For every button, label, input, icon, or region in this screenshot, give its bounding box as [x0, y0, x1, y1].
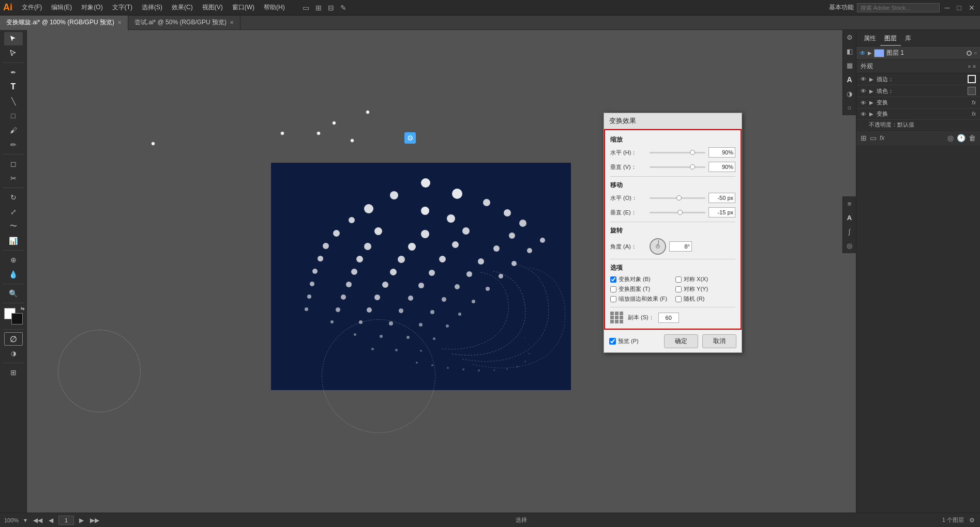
cb-mirror-y[interactable] [675, 286, 682, 292]
handle-tl[interactable] [151, 142, 155, 146]
appearance-expand-btn[interactable]: » [968, 64, 971, 69]
scissors-tool[interactable]: ✂ [4, 172, 23, 185]
appearance-new-icon[interactable]: ◎ [947, 134, 954, 142]
pen-icon[interactable]: ✎ [338, 3, 349, 13]
handle-tr[interactable] [316, 131, 321, 135]
rect-tool[interactable]: □ [4, 109, 23, 122]
mini-settings-icon[interactable]: ⚙ [845, 32, 854, 43]
appearance-grid-icon[interactable]: ▭ [870, 134, 877, 142]
tab-0[interactable]: 变换螺旋.ai* @ 100% (RGB/GPU 预览) ✕ [0, 16, 128, 30]
tab-properties[interactable]: 属性 [860, 32, 880, 46]
option-transform-pattern[interactable]: 变换图案 (T) [610, 285, 670, 293]
menu-effect[interactable]: 效果(C) [168, 2, 197, 13]
mini-color-icon[interactable]: ◑ [845, 88, 854, 99]
handle-tm[interactable] [280, 131, 284, 135]
appearance-fx-icon[interactable]: fx [880, 134, 884, 142]
cb-mirror-x[interactable] [675, 276, 682, 283]
cb-transform-object[interactable] [610, 276, 616, 283]
menu-view[interactable]: 视图(V) [198, 2, 227, 13]
search-input[interactable] [857, 3, 940, 12]
stroke-row[interactable]: 👁 ▶ 描边： [856, 73, 980, 85]
scale-h-input[interactable] [708, 147, 735, 158]
paintbrush-tool[interactable]: 🖌 [4, 123, 23, 137]
handle-rt[interactable] [366, 110, 370, 114]
warp-tool[interactable]: 〜 [4, 220, 23, 233]
option-scale-stroke[interactable]: 缩放描边和效果 (F) [610, 295, 670, 303]
fill-visibility-icon[interactable]: 👁 [861, 88, 866, 94]
scale-v-slider[interactable] [650, 166, 705, 168]
page-input[interactable] [58, 516, 74, 525]
stroke-swatch[interactable] [968, 75, 976, 83]
fill-row[interactable]: 👁 ▶ 填色： [856, 85, 980, 97]
mini2-align-icon[interactable]: ≡ [846, 198, 853, 209]
direct-select-tool[interactable] [4, 47, 23, 60]
menu-select[interactable]: 选择(S) [138, 2, 167, 13]
fill-expand-arrow[interactable]: ▶ [869, 88, 873, 94]
graph-tool[interactable]: 📊 [4, 234, 23, 247]
menu-window[interactable]: 窗口(W) [228, 2, 259, 13]
transform2-visibility-icon[interactable]: 👁 [861, 111, 866, 117]
transform2-expand-arrow[interactable]: ▶ [869, 111, 873, 117]
tab-1-close[interactable]: ✕ [230, 20, 234, 25]
prev-page-btn[interactable]: ◀◀ [32, 517, 43, 524]
rotate-tool[interactable]: ↻ [4, 191, 23, 204]
select-tool[interactable] [4, 32, 23, 45]
canvas-area[interactable]: ⚙ 变换效果 缩放 水平 (H)： 垂直 (V)： [27, 30, 856, 513]
move-h-input[interactable] [708, 193, 735, 203]
handle-r[interactable] [332, 121, 336, 125]
appearance-delete-icon[interactable]: 🗑 [969, 134, 976, 142]
prev-btn[interactable]: ◀ [48, 517, 54, 524]
move-v-slider[interactable] [650, 212, 705, 213]
pen-tool[interactable]: ✒ [4, 66, 23, 79]
menu-type[interactable]: 文字(T) [108, 2, 137, 13]
scale-tool[interactable]: ⤢ [4, 205, 23, 219]
tab-libraries[interactable]: 库 [901, 32, 915, 46]
option-random[interactable]: 随机 (R) [675, 295, 735, 303]
scale-h-slider[interactable] [650, 152, 705, 153]
transform-effect-2-row[interactable]: 👁 ▶ 变换 fx [856, 109, 980, 120]
line-tool[interactable]: ╲ [4, 95, 23, 108]
type-tool[interactable]: T [4, 80, 23, 94]
rotate-angle-input[interactable] [669, 241, 692, 252]
preview-checkbox-row[interactable]: 预览 (P) [609, 337, 639, 345]
bottom-settings-btn[interactable]: ⚙ [968, 517, 976, 524]
close-btn[interactable]: ✕ [967, 3, 977, 13]
appearance-clock-icon[interactable]: 🕐 [957, 134, 966, 142]
cb-scale-stroke[interactable] [610, 296, 616, 302]
artboard-tool[interactable]: ⊕ [4, 253, 23, 267]
workspace-selector[interactable]: 基本功能 [829, 3, 854, 12]
rotation-dial[interactable] [650, 238, 666, 255]
dialog-title-bar[interactable]: 变换效果 [604, 113, 742, 129]
mini-circle-icon[interactable]: ○ [846, 102, 853, 113]
gradient-icon[interactable]: ◑ [4, 347, 23, 360]
color-selector[interactable]: ⇆ [4, 308, 23, 324]
layer-expand-icon[interactable]: ▶ [868, 50, 872, 56]
tab-1[interactable]: 尝试.ai* @ 50% (RGB/GPU 预览) ✕ [128, 16, 240, 30]
scale-v-input[interactable] [708, 162, 735, 172]
layer-target-dot[interactable] [967, 51, 972, 56]
grid-icon[interactable]: ⊞ [313, 3, 324, 13]
transform1-visibility-icon[interactable]: 👁 [861, 100, 866, 106]
cb-random[interactable] [675, 296, 682, 302]
preview-checkbox[interactable] [609, 338, 616, 345]
mini2-circle2-icon[interactable]: ◎ [845, 240, 854, 251]
cb-transform-pattern[interactable] [610, 286, 616, 292]
stroke-expand-arrow[interactable]: ▶ [869, 76, 873, 82]
menu-edit[interactable]: 编辑(E) [47, 2, 76, 13]
layer-row[interactable]: 👁 ▶ 图层 1 ○ [856, 47, 980, 60]
cancel-button[interactable]: 取消 [702, 334, 736, 348]
pencil-tool[interactable]: ✏ [4, 138, 23, 151]
settings-icon[interactable]: ⚙ [404, 132, 416, 144]
transform1-expand-arrow[interactable]: ▶ [869, 100, 873, 105]
option-mirror-x[interactable]: 对称 X(X) [675, 275, 735, 283]
zoom-level[interactable]: 100% [4, 517, 19, 523]
swap-colors-icon[interactable]: ⇆ [21, 306, 25, 311]
transform-effect-1-row[interactable]: 👁 ▶ 变换 fx [856, 97, 980, 109]
mini-type-icon[interactable]: A [845, 74, 853, 85]
tab-layers[interactable]: 图层 [880, 32, 901, 46]
next-page-btn[interactable]: ▶▶ [89, 517, 100, 524]
eyedropper-tool[interactable]: 💧 [4, 268, 23, 281]
mini2-text-icon[interactable]: A [846, 212, 853, 223]
menu-file[interactable]: 文件(F) [18, 2, 46, 13]
move-h-slider[interactable] [650, 197, 705, 199]
